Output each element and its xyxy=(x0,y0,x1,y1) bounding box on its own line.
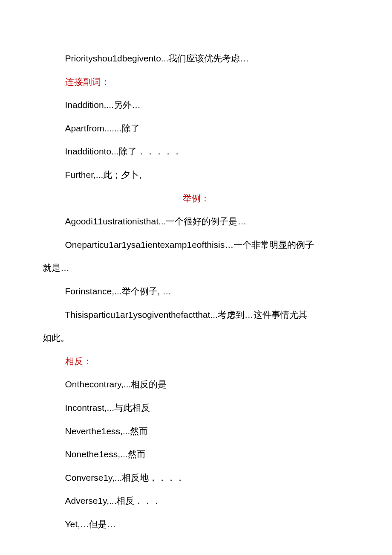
document-page: Priorityshou1dbegivento...我们应该优先考虑… 连接副词… xyxy=(0,0,392,555)
section-heading: 相反： xyxy=(43,350,349,373)
text-line: Oneparticu1ar1ysa1ientexamp1eofthisis…一个… xyxy=(43,233,349,257)
text-line: Incontrast,...与此相反 xyxy=(43,396,349,420)
text-line: Converse1y,...相反地，．．． xyxy=(43,466,349,490)
text-line: Thisisparticu1ar1ysogiventhefactthat...考… xyxy=(43,303,349,327)
text-line: Adverse1y,...相反．．． xyxy=(43,489,349,513)
text-line-continuation: 如此。 xyxy=(43,326,349,350)
text-line: Neverthe1ess,...然而 xyxy=(43,420,349,443)
text-line-continuation: 就是… xyxy=(43,256,349,280)
text-line: Nonethe1ess,...然而 xyxy=(43,443,349,466)
text-line: Inaddition,...另外… xyxy=(43,93,349,117)
text-line: Onthecontrary,...相反的是 xyxy=(43,373,349,396)
text-line: Agoodi11ustrationisthat...一个很好的例子是… xyxy=(43,210,349,233)
text-line: Inadditionto...除了．．．．． xyxy=(43,140,349,163)
text-line: Priorityshou1dbegivento...我们应该优先考虑… xyxy=(43,47,349,70)
text-line: Apartfrom.......除了 xyxy=(43,117,349,140)
section-heading: 连接副词： xyxy=(43,70,349,94)
text-line: Further,...此；夕卜, xyxy=(43,163,349,187)
section-heading: 举例： xyxy=(43,187,349,210)
text-line: Yet,…但是… xyxy=(43,513,349,536)
text-line: Forinstance,...举个例子, … xyxy=(43,280,349,303)
